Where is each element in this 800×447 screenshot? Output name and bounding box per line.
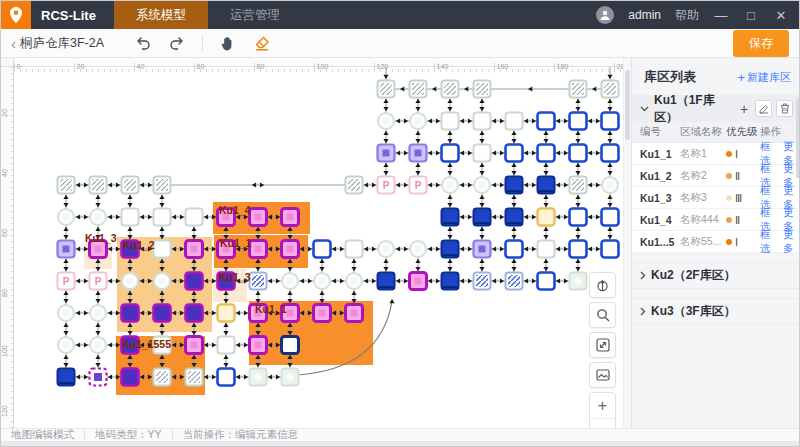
map-node-normal-node[interactable] [154,241,171,258]
map-node-round-node[interactable] [58,209,74,225]
map-node-normal-node[interactable] [218,337,235,354]
map-node-pink-area-node[interactable] [282,241,299,258]
map-node-blue-solid-node[interactable] [506,209,523,226]
map-node-pink-area-node[interactable] [250,337,267,354]
map-node-blue-border-node[interactable] [506,241,523,258]
map-node-hatched-node[interactable] [570,177,587,194]
new-area-button[interactable]: + 新建库区 [737,70,791,85]
map-node-round-node[interactable] [410,113,426,129]
map-node-round-node[interactable] [314,273,330,289]
map-node-blue-border-node[interactable] [570,113,587,130]
canvas-scrollbar[interactable] [623,58,631,428]
map-canvas[interactable]: PPPPKu1_4Ku1_1Ku1_2Ku1_3Ku1_3Ku1_1Ku1_15… [14,67,623,428]
map-node-round-node[interactable] [154,273,170,289]
map-node-blue-hatched-node[interactable] [474,273,491,290]
box-select-link[interactable]: 框选 [760,228,778,256]
map-node-round-node[interactable] [346,273,362,289]
map-node-lavender-node[interactable] [410,145,427,162]
map-node-hatched-node[interactable] [602,81,619,98]
map-node-purple-solid-node[interactable] [154,305,171,322]
map-node-green-plus-node[interactable] [570,273,587,290]
map-node-normal-node[interactable] [346,241,363,258]
map-node-pink-area-node[interactable] [186,241,203,258]
map-node-normal-node[interactable] [506,113,523,130]
map-node-round-node[interactable] [602,177,618,193]
save-button[interactable]: 保存 [733,30,789,57]
map-node-purple-solid-node[interactable] [186,305,203,322]
map-node-blue-border-node[interactable] [538,145,555,162]
map-node-purple-solid-node[interactable] [122,305,139,322]
zoom-search-button[interactable] [589,302,616,328]
fit-view-button[interactable] [589,332,616,358]
map-node-blue-border-node[interactable] [570,209,587,226]
map-node-purple-solid-node[interactable] [122,369,139,386]
map-node-hatched-node[interactable] [154,177,171,194]
map-node-hatched-node[interactable] [410,81,427,98]
map-node-parking-node[interactable]: P [58,273,75,290]
delete-area-button[interactable] [776,100,793,117]
back-button[interactable]: ‹ [11,35,16,52]
section-ku1-header[interactable]: Ku1（1F库区） + [632,95,800,122]
map-node-parking-node[interactable]: P [90,273,107,290]
map-node-pink-area-node[interactable] [314,305,331,322]
map-node-pink-area-node[interactable] [346,305,363,322]
map-node-blue-border-node[interactable] [570,241,587,258]
zoom-in-button[interactable]: + [590,393,615,419]
sidebar-scrollbar-thumb[interactable] [796,98,800,178]
more-link[interactable]: 更多 [783,228,800,256]
map-node-blue-border-node[interactable] [602,113,619,130]
map-node-blue-border-node[interactable] [314,241,331,258]
map-node-normal-node[interactable] [442,113,459,130]
map-node-round-node[interactable] [90,305,106,321]
map-node-blue-solid-node[interactable] [442,241,459,258]
map-node-blue-solid-node[interactable] [506,177,523,194]
username[interactable]: admin [628,8,661,22]
map-node-blue-solid-node[interactable] [378,273,395,290]
map-node-normal-node[interactable] [538,241,555,258]
map-node-hatched-node[interactable] [346,177,363,194]
map-node-lavender-node[interactable] [58,241,75,258]
map-node-green-plus-node[interactable] [250,369,267,386]
map-node-blue-solid-node[interactable] [442,273,459,290]
map-node-round-node[interactable] [410,241,426,257]
map-node-hatched-node[interactable] [474,81,491,98]
map-node-round-node[interactable] [474,177,490,193]
redo-button[interactable] [164,32,190,54]
map-node-blue-solid-node[interactable] [538,177,555,194]
undo-button[interactable] [130,32,156,54]
maximize-button[interactable]: □ [743,8,759,23]
map-node-pink-area-node[interactable] [250,241,267,258]
map-node-blue-solid-node[interactable] [58,369,75,386]
map-node-round-node[interactable] [282,273,298,289]
map-node-pink-area-node[interactable] [186,337,203,354]
map-node-hatched-node[interactable] [122,177,139,194]
map-node-round-node[interactable] [378,113,394,129]
close-button[interactable]: ✕ [773,8,789,23]
map-node-lavender-node[interactable] [378,145,395,162]
map-node-round-node[interactable] [90,209,106,225]
user-avatar[interactable] [596,6,614,24]
map-node-blue-solid-node[interactable] [474,209,491,226]
help-link[interactable]: 帮助 [675,7,699,24]
map-node-round-node[interactable] [378,241,394,257]
map-node-normal-node[interactable] [186,209,203,226]
map-node-hatched-node[interactable] [570,81,587,98]
map-node-round-node[interactable] [58,305,74,321]
map-node-round-node[interactable] [442,177,458,193]
map-node-hatched-node[interactable] [58,177,75,194]
map-node-lavender-node[interactable] [474,241,491,258]
map-node-blue-border-node[interactable] [602,209,619,226]
map-node-blue-solid-node[interactable] [442,209,459,226]
map-node-yellow-node[interactable] [538,209,555,226]
map-node-round-node[interactable] [58,337,74,353]
map-node-blue-border-node[interactable] [602,145,619,162]
map-node-purple-solid-node[interactable] [186,273,203,290]
map-node-blue-border-node[interactable] [538,273,555,290]
add-area-icon[interactable]: + [737,101,751,117]
map-node-dashed-purple-node[interactable] [90,369,107,386]
locate-button[interactable] [589,272,616,298]
edit-area-button[interactable] [755,100,772,117]
map-node-pink-area-node[interactable] [250,209,267,226]
map-node-parking-node[interactable]: P [410,177,427,194]
map-node-blue-border-node[interactable] [442,145,459,162]
